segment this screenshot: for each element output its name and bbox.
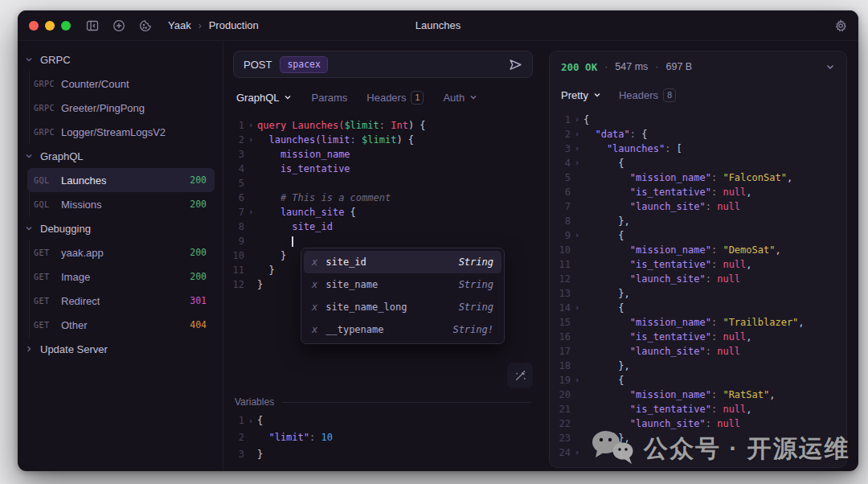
minimize-window-button[interactable]	[45, 21, 55, 31]
code-line[interactable]: 4 is_tentative	[223, 162, 542, 176]
line-number: 13	[550, 286, 571, 301]
code-line[interactable]: 21 "is_tentative": null,	[550, 402, 846, 416]
cookies-icon[interactable]	[138, 18, 152, 32]
fold-arrow-icon[interactable]: ›	[244, 118, 257, 133]
sidebar-item-logger-streamlogsv2[interactable]: GRPCLogger/StreamLogsV2	[27, 120, 215, 144]
code-line[interactable]: 13 },	[550, 286, 846, 301]
code-line[interactable]: 1›{	[550, 113, 846, 127]
response-tab-headers[interactable]: Headers8	[619, 88, 676, 102]
sidebar-item-counter-count[interactable]: GRPCCounter/Count	[27, 72, 215, 96]
chevron-down-icon[interactable]	[24, 152, 34, 160]
chevron-down-icon[interactable]	[24, 224, 34, 232]
code-line[interactable]: 4› {	[550, 156, 846, 170]
code-line[interactable]: 2 "limit": 10	[223, 429, 542, 446]
sidebar-item-missions[interactable]: GQLMissions200	[27, 192, 215, 216]
environment-name[interactable]: Production	[209, 19, 259, 31]
line-content: },	[583, 431, 846, 445]
request-tab-graphql[interactable]: GraphQL	[236, 92, 292, 104]
code-line[interactable]: 9	[223, 234, 542, 248]
variables-editor[interactable]: 1›{2 "limit": 103}	[223, 412, 542, 463]
code-line[interactable]: 3}	[223, 446, 542, 463]
response-tab-pretty[interactable]: Pretty	[561, 89, 601, 101]
code-line[interactable]: 2› launches(limit: $limit) {	[223, 133, 542, 147]
code-line[interactable]: 18 },	[550, 359, 846, 373]
code-line[interactable]: 15 "mission_name": "Trailblazer",	[550, 315, 846, 330]
fold-arrow-icon[interactable]: ›	[571, 113, 583, 127]
autocomplete-option-site_name[interactable]: xsite_nameString	[304, 273, 502, 296]
chevron-right-icon[interactable]	[24, 345, 34, 353]
close-window-button[interactable]	[29, 21, 39, 31]
response-menu-chevron-icon[interactable]	[825, 62, 835, 72]
text-cursor	[292, 236, 293, 247]
code-line[interactable]: 1›{	[223, 412, 542, 429]
code-line[interactable]: 16 "is_tentative": null,	[550, 330, 846, 344]
code-line[interactable]: 7› launch_site {	[223, 205, 542, 219]
request-tab-headers[interactable]: Headers1	[366, 91, 424, 105]
code-line[interactable]: 3 mission_name	[223, 147, 542, 162]
toggle-sidebar-icon[interactable]	[85, 18, 99, 32]
code-line[interactable]: 19› {	[550, 373, 846, 388]
response-body[interactable]: 1›{2› "data": {3› "launches": [4› {5 "mi…	[550, 108, 846, 467]
code-line[interactable]: 22 "launch_site": null	[550, 416, 846, 431]
fold-arrow-icon[interactable]: ›	[244, 205, 257, 219]
code-line[interactable]: 7 "launch_site": null	[550, 199, 846, 214]
code-line[interactable]: 2› "data": {	[550, 127, 846, 142]
autocomplete-popup: xsite_idStringxsite_nameStringxsite_name…	[301, 248, 505, 344]
code-line[interactable]: 5 "mission_name": "FalconSat",	[550, 170, 846, 185]
new-request-icon[interactable]	[112, 18, 125, 32]
autocomplete-option-site_name_long[interactable]: xsite_name_longString	[304, 296, 502, 318]
code-line[interactable]: 10 "mission_name": "DemoSat",	[550, 243, 846, 257]
request-method-label: GRPC	[34, 104, 61, 113]
fold-arrow-icon[interactable]: ›	[571, 373, 583, 388]
code-line[interactable]: 20 "mission_name": "RatSat",	[550, 388, 846, 402]
fold-arrow-icon[interactable]: ›	[571, 445, 583, 460]
chevron-down-icon[interactable]	[24, 55, 34, 64]
fold-arrow-icon[interactable]: ›	[571, 142, 583, 156]
sidebar-section-graphql[interactable]: GraphQL	[18, 144, 223, 168]
code-line[interactable]: 5	[223, 176, 542, 191]
code-line[interactable]: 3› "launches": [	[550, 142, 846, 156]
sidebar-item-yaak-app[interactable]: GETyaak.app200	[27, 240, 215, 265]
request-tab-auth[interactable]: Auth	[443, 92, 477, 104]
code-line[interactable]: 23 },	[550, 431, 846, 445]
breadcrumb[interactable]: Yaak › Production	[168, 19, 259, 31]
fold-arrow-icon[interactable]: ›	[244, 133, 257, 147]
autocomplete-option-__typename[interactable]: x__typenameString!	[304, 318, 502, 341]
fold-arrow-icon[interactable]: ›	[571, 127, 583, 142]
url-bar[interactable]: POST spacex	[233, 51, 533, 78]
fold-gutter	[571, 286, 583, 301]
code-line[interactable]: 6 # This is a comment	[223, 191, 542, 205]
code-line[interactable]: 14› {	[550, 301, 846, 315]
code-line[interactable]: 1›query Launches($limit: Int) {	[223, 118, 542, 133]
sidebar-item-other[interactable]: GETOther404	[27, 313, 215, 337]
sidebar-section-debugging[interactable]: Debugging	[18, 216, 223, 240]
fold-arrow-icon[interactable]: ›	[571, 228, 583, 243]
sidebar-section-update-server[interactable]: Update Server	[18, 337, 223, 361]
workspace-name[interactable]: Yaak	[168, 19, 191, 31]
code-line[interactable]: 6 "is_tentative": null,	[550, 185, 846, 199]
sidebar-item-redirect[interactable]: GETRedirect301	[27, 289, 215, 313]
code-line[interactable]: 8 site_id	[223, 219, 542, 234]
code-line[interactable]: 8 },	[550, 214, 846, 228]
fold-gutter	[244, 219, 257, 234]
sidebar-section-grpc[interactable]: GRPC	[18, 47, 223, 72]
fold-arrow-icon[interactable]: ›	[244, 412, 257, 429]
code-line[interactable]: 12 "launch_site": null	[550, 272, 846, 286]
code-line[interactable]: 24› {	[550, 445, 846, 460]
request-tab-params[interactable]: Params	[311, 92, 347, 104]
fold-arrow-icon[interactable]: ›	[571, 156, 583, 170]
zoom-window-button[interactable]	[61, 21, 71, 31]
settings-gear-icon[interactable]	[833, 18, 847, 32]
code-line[interactable]: 17 "launch_site": null	[550, 344, 846, 359]
sidebar-item-image[interactable]: GETImage200	[27, 265, 215, 289]
format-query-button[interactable]	[507, 363, 533, 388]
sidebar-item-greeter-pingpong[interactable]: GRPCGreeter/PingPong	[27, 96, 215, 120]
url-environment-badge[interactable]: spacex	[280, 56, 328, 73]
send-request-icon[interactable]	[509, 58, 522, 72]
line-content: {	[583, 373, 846, 388]
code-line[interactable]: 11 "is_tentative": null,	[550, 257, 846, 272]
fold-arrow-icon[interactable]: ›	[571, 301, 583, 315]
sidebar-item-launches[interactable]: GQLLaunches200	[27, 168, 215, 192]
autocomplete-option-site_id[interactable]: xsite_idString	[304, 251, 502, 273]
code-line[interactable]: 9› {	[550, 228, 846, 243]
